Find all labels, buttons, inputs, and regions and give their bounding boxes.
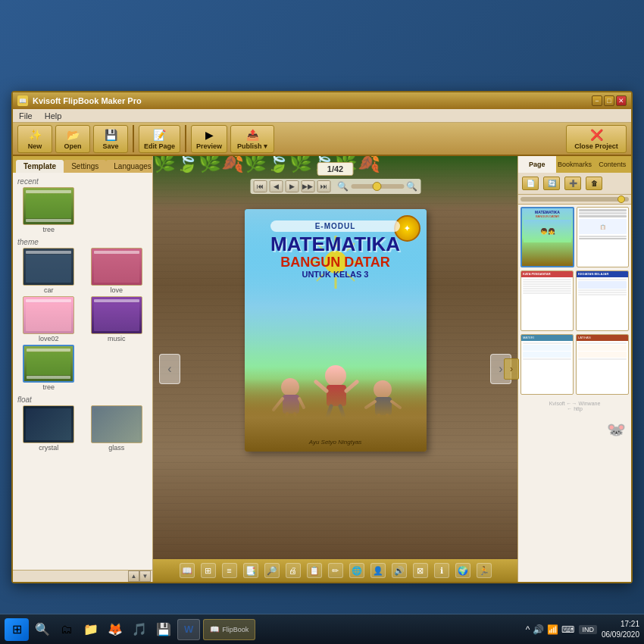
float-grid: crystal glass bbox=[16, 405, 149, 452]
scroll-up-button[interactable]: ▲ bbox=[128, 571, 139, 582]
save-button[interactable]: 💾 Save bbox=[93, 125, 128, 153]
close-project-button[interactable]: ❌ Close Project bbox=[566, 125, 627, 153]
tray-keyboard-icon[interactable]: ⌨ bbox=[561, 624, 574, 635]
tab-template[interactable]: Template bbox=[16, 160, 64, 173]
taskbar-search[interactable]: 🔍 bbox=[32, 619, 53, 640]
taskbar-word[interactable]: W bbox=[177, 619, 200, 640]
template-name-car: car bbox=[44, 286, 54, 294]
menu-help[interactable]: Help bbox=[42, 111, 65, 121]
page-thumb-5[interactable]: MATERI bbox=[521, 334, 574, 395]
tab-languages[interactable]: Languages bbox=[106, 160, 153, 173]
tool-pages[interactable]: 📑 bbox=[243, 563, 258, 578]
clock-time: 17:21 bbox=[602, 619, 639, 630]
nav-far-right-button[interactable]: › bbox=[504, 358, 519, 380]
preview-button[interactable]: ▶ Preview bbox=[191, 125, 227, 153]
tool-list[interactable]: ≡ bbox=[222, 563, 237, 578]
publish-button[interactable]: 📤 Publish ▾ bbox=[230, 125, 274, 153]
flipbook-taskbar-label: FlipBook bbox=[222, 626, 249, 633]
page-thumb-1[interactable]: MATEMATIKA BANGUN DATAR 👦👧 bbox=[521, 207, 574, 267]
page-thumb-6[interactable]: LATIHAN bbox=[576, 334, 629, 395]
taskbar-media[interactable]: 🎵 bbox=[129, 619, 150, 640]
section-theme-label: theme bbox=[16, 236, 149, 248]
left-tabs: Template Settings Languages bbox=[13, 156, 152, 173]
tool-info[interactable]: ℹ bbox=[434, 563, 449, 578]
nav-play-button[interactable]: ▶ bbox=[285, 180, 299, 192]
template-car[interactable]: car bbox=[16, 248, 82, 294]
taskbar-file-explorer[interactable]: 📁 bbox=[80, 619, 102, 640]
scroll-down-button[interactable]: ▼ bbox=[139, 571, 151, 582]
taskbar-storage[interactable]: 💾 bbox=[153, 619, 174, 640]
recent-grid: tree bbox=[16, 187, 149, 233]
nav-prev-button[interactable]: ◀ bbox=[269, 180, 283, 192]
right-tab-bookmarks[interactable]: Bookmarks bbox=[556, 156, 594, 173]
page-tool-3[interactable]: ➕ bbox=[564, 177, 581, 190]
page-thumb-4[interactable]: KEGIATAN BELAJAR bbox=[576, 270, 629, 331]
template-love02[interactable]: love02 bbox=[16, 296, 82, 342]
tray-chevron[interactable]: ^ bbox=[526, 624, 530, 635]
template-music[interactable]: music bbox=[84, 296, 150, 342]
start-button[interactable]: ⊞ bbox=[5, 618, 29, 641]
page-tool-2[interactable]: 🔄 bbox=[543, 177, 560, 190]
tool-fullscreen[interactable]: ⊠ bbox=[413, 563, 428, 578]
nav-last-button[interactable]: ⏭ bbox=[317, 180, 330, 192]
thumb-content-3: KATA PENGANTAR bbox=[521, 271, 573, 330]
tool-clipboard[interactable]: 📋 bbox=[307, 563, 322, 578]
tab-settings[interactable]: Settings bbox=[64, 160, 106, 173]
tool-edit[interactable]: ✏ bbox=[328, 563, 343, 578]
language-badge[interactable]: IND bbox=[579, 625, 597, 634]
page-tool-1[interactable]: 📄 bbox=[522, 177, 539, 190]
minimize-button[interactable]: − bbox=[592, 95, 602, 106]
tool-grid[interactable]: ⊞ bbox=[201, 563, 216, 578]
tray-volume-icon[interactable]: 🔊 bbox=[533, 624, 544, 635]
right-tab-page[interactable]: Page bbox=[518, 156, 556, 173]
page-thumb-3[interactable]: KATA PENGANTAR bbox=[521, 270, 574, 331]
menu-file[interactable]: File bbox=[16, 111, 36, 121]
save-label: Save bbox=[102, 142, 118, 150]
zoom-track[interactable] bbox=[351, 184, 404, 189]
tool-sound[interactable]: 🔊 bbox=[392, 563, 407, 578]
taskbar-flipbook[interactable]: 📖 FlipBook bbox=[203, 619, 255, 640]
tool-book[interactable]: 📖 bbox=[180, 563, 195, 578]
theme-grid: car love love02 bbox=[16, 248, 149, 391]
template-tree-theme[interactable]: tree bbox=[16, 345, 82, 391]
tool-user[interactable]: 👤 bbox=[370, 563, 386, 578]
page-thumb-2[interactable]: 📋 bbox=[577, 207, 629, 267]
taskbar-task-view[interactable]: 🗂 bbox=[56, 619, 77, 640]
new-button[interactable]: ✨ New bbox=[17, 125, 52, 153]
tool-search[interactable]: 🔎 bbox=[264, 563, 280, 578]
taskbar-right: ^ 🔊 📶 ⌨ IND 17:21 06/09/2020 bbox=[526, 619, 639, 640]
right-tab-contents[interactable]: Contents bbox=[593, 156, 631, 173]
maximize-button[interactable]: □ bbox=[604, 95, 614, 106]
tool-world[interactable]: 🌍 bbox=[455, 563, 470, 578]
nav-next-button[interactable]: ▶▶ bbox=[301, 180, 314, 192]
thumb-row-2: KATA PENGANTAR bbox=[521, 270, 629, 331]
template-tree-recent[interactable]: tree bbox=[16, 187, 82, 233]
desktop: 📖 Kvisoft FlipBook Maker Pro − □ ✕ File … bbox=[0, 0, 644, 644]
template-thumb-love bbox=[91, 248, 142, 286]
edit-page-icon: 📝 bbox=[152, 128, 168, 142]
page-thumb-list[interactable]: MATEMATIKA BANGUN DATAR 👦👧 bbox=[518, 205, 631, 582]
template-love[interactable]: love bbox=[84, 248, 150, 294]
toolbar-separator-1 bbox=[133, 125, 134, 152]
template-name-love: love bbox=[110, 286, 123, 294]
right-slider-track[interactable] bbox=[521, 197, 629, 202]
page-tool-4[interactable]: 🗑 bbox=[586, 177, 602, 190]
new-icon: ✨ bbox=[27, 128, 43, 142]
taskbar-firefox[interactable]: 🦊 bbox=[105, 619, 126, 640]
open-button[interactable]: 📂 Open bbox=[55, 125, 90, 153]
tool-globe[interactable]: 🌐 bbox=[349, 563, 364, 578]
nav-first-button[interactable]: ⏮ bbox=[253, 180, 267, 192]
template-scroll-area[interactable]: recent tree theme bbox=[13, 173, 152, 570]
tool-print[interactable]: 🖨 bbox=[286, 563, 301, 578]
clock-area: 17:21 06/09/2020 bbox=[602, 619, 639, 640]
right-slider-thumb bbox=[617, 195, 625, 203]
template-glass[interactable]: glass bbox=[84, 405, 150, 452]
tray-network-icon[interactable]: 📶 bbox=[547, 624, 558, 635]
template-crystal[interactable]: crystal bbox=[16, 405, 82, 452]
right-tabs: Page Bookmarks Contents bbox=[518, 156, 631, 173]
close-button[interactable]: ✕ bbox=[616, 95, 627, 106]
toolbar: ✨ New 📂 Open 💾 Save 📝 Edit Page ▶ Previe… bbox=[13, 123, 631, 156]
edit-page-button[interactable]: 📝 Edit Page bbox=[139, 125, 180, 153]
tool-walk[interactable]: 🏃 bbox=[477, 563, 492, 578]
nav-arrow-left-button[interactable]: ‹ bbox=[159, 354, 180, 384]
